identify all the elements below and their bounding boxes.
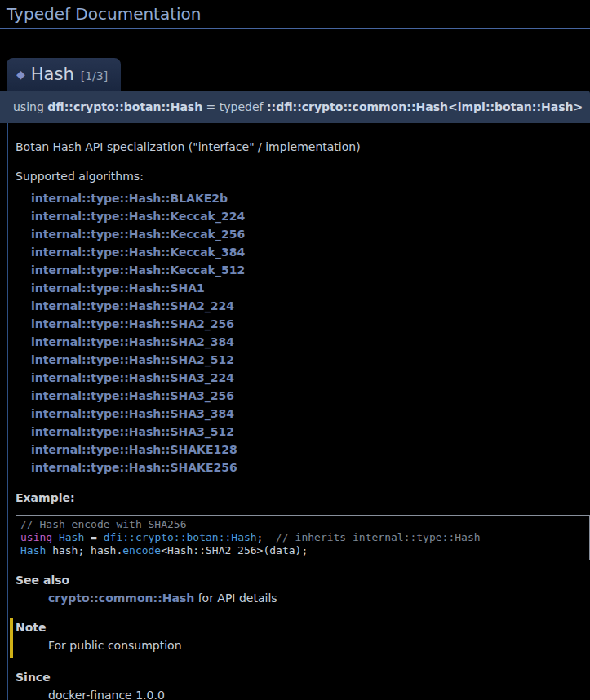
see-also-content: crypto::common::Hash for API details [48, 591, 590, 605]
since-text: docker-finance 1.0.0 [48, 689, 590, 700]
algorithm-link[interactable]: internal::type::Hash::SHAKE128 [31, 441, 590, 459]
algorithm-link[interactable]: internal::type::Hash::Keccak_384 [31, 243, 590, 261]
typedef-name: dfi::crypto::botan::Hash [47, 100, 202, 113]
since-label: Since [16, 671, 590, 684]
algorithm-link[interactable]: internal::type::Hash::SHA3_384 [31, 405, 590, 423]
code-token-comment: // inherits internal::type::Hash [276, 531, 480, 543]
algorithm-link[interactable]: internal::type::Hash::SHA3_224 [31, 369, 590, 387]
algorithm-link-list: internal::type::Hash::BLAKE2binternal::t… [16, 189, 590, 476]
see-also-label: See also [16, 574, 590, 587]
code-link[interactable]: Hash [59, 531, 84, 543]
algorithm-link[interactable]: internal::type::Hash::SHAKE256 [31, 459, 590, 476]
algorithm-link[interactable]: internal::type::Hash::SHA2_256 [31, 315, 590, 333]
member-prototype: using dfi::crypto::botan::Hash = typedef… [0, 91, 590, 123]
code-link[interactable]: Hash [20, 544, 46, 556]
code-link[interactable]: dfi::crypto::botan::Hash [104, 531, 257, 543]
code-block: // Hash encode with SHA256using Hash = d… [16, 515, 590, 560]
algorithm-link[interactable]: internal::type::Hash::SHA3_256 [31, 387, 590, 405]
note-label: Note [16, 621, 590, 634]
code-token-plain [52, 531, 59, 543]
page-title: Typedef Documentation [0, 0, 590, 29]
see-also-section: See also crypto::common::Hash for API de… [16, 574, 590, 605]
member-name: Hash [31, 64, 74, 84]
member-overload-index: [1/3] [81, 69, 108, 82]
code-token-plain: ; [257, 531, 276, 543]
code-token-comment: // Hash encode with SHA256 [20, 518, 187, 530]
note-section: Note For public consumption [10, 618, 590, 658]
code-line: // Hash encode with SHA256 [20, 518, 585, 531]
equals-typedef: = typedef [202, 100, 267, 113]
see-also-link[interactable]: crypto::common::Hash [48, 591, 194, 605]
member-item-hash: ◆Hash[1/3] using dfi::crypto::botan::Has… [0, 58, 590, 700]
example-label: Example: [16, 491, 590, 504]
code-link[interactable]: encode [122, 544, 161, 556]
algorithm-link[interactable]: internal::type::Hash::SHA2_512 [31, 351, 590, 369]
algorithm-link[interactable]: internal::type::Hash::SHA1 [31, 279, 590, 297]
code-token-plain: hash; hash. [46, 544, 122, 556]
code-token-keyword: using [20, 531, 52, 543]
code-token-plain: <Hash::SHA2_256>(data); [161, 544, 308, 556]
algorithm-link[interactable]: internal::type::Hash::Keccak_224 [31, 207, 590, 225]
code-line: Hash hash; hash.encode<Hash::SHA2_256>(d… [20, 544, 585, 557]
algorithm-link[interactable]: internal::type::Hash::SHA2_384 [31, 333, 590, 351]
code-token-plain: = [84, 531, 103, 543]
since-section: Since docker-finance 1.0.0 [16, 671, 590, 700]
description-text: Botan Hash API specialization ("interfac… [16, 140, 590, 153]
see-also-text: for API details [194, 591, 277, 605]
algorithm-link[interactable]: internal::type::Hash::Keccak_512 [31, 261, 590, 279]
algorithm-link[interactable]: internal::type::Hash::SHA3_512 [31, 423, 590, 441]
member-title-tab: ◆Hash[1/3] [7, 58, 121, 91]
note-text: For public consumption [48, 639, 590, 652]
member-documentation: Botan Hash API specialization ("interfac… [7, 123, 590, 700]
typedef-definition: ::dfi::crypto::common::Hash<impl::botan:… [267, 100, 583, 113]
algorithm-link[interactable]: internal::type::Hash::Keccak_256 [31, 225, 590, 243]
code-line: using Hash = dfi::crypto::botan::Hash; /… [20, 531, 585, 544]
algorithm-link[interactable]: internal::type::Hash::SHA2_224 [31, 297, 590, 315]
algorithm-link[interactable]: internal::type::Hash::BLAKE2b [31, 189, 590, 207]
supported-algorithms-label: Supported algorithms: [16, 170, 590, 183]
permalink-diamond-icon[interactable]: ◆ [16, 68, 25, 81]
using-keyword: using [13, 100, 47, 113]
